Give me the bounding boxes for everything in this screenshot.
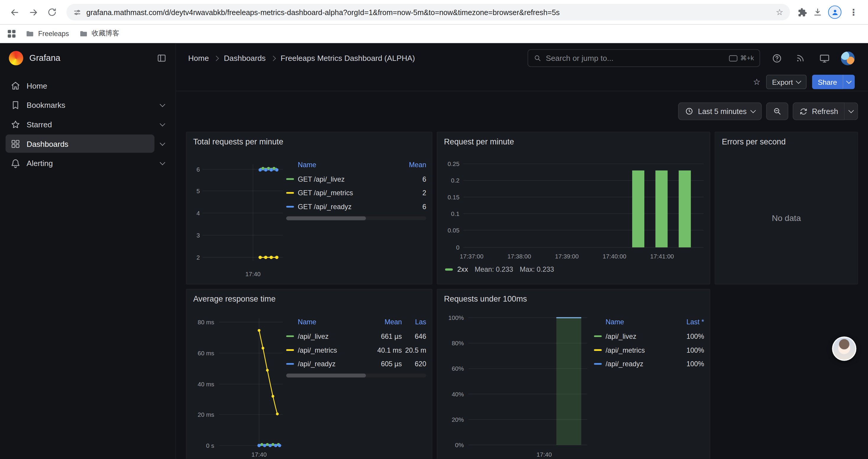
legend-col-mean[interactable]: Mean — [366, 318, 402, 326]
export-button[interactable]: Export — [766, 75, 807, 89]
scrollbar-thumb[interactable] — [286, 217, 366, 220]
help-button[interactable] — [769, 51, 784, 65]
expand-alerting-button[interactable] — [155, 155, 170, 171]
sidebar-link-home[interactable]: Home — [6, 76, 170, 95]
refresh-interval-button[interactable] — [845, 102, 858, 120]
sidebar-item-home: Home — [6, 76, 170, 95]
series-name[interactable]: /api/_livez — [606, 332, 680, 340]
series-mean: 605 µs — [366, 360, 402, 368]
share-button[interactable]: Share — [812, 75, 842, 89]
back-button[interactable] — [6, 3, 23, 21]
series-mean: 661 µs — [366, 332, 402, 340]
grafana-logo[interactable] — [9, 51, 23, 65]
y-tick: 60 ms — [188, 350, 214, 356]
bookmark-star-icon[interactable]: ☆ — [776, 7, 783, 17]
series-last: 20.5 m — [402, 346, 426, 354]
downloads-icon[interactable] — [813, 7, 823, 17]
browser-menu-button[interactable]: ⋮ — [847, 7, 860, 18]
legend-col-name[interactable]: Name — [594, 318, 680, 326]
sidebar-item-alerting: Alerting — [6, 154, 170, 172]
user-avatar[interactable] — [841, 51, 855, 65]
sidebar-link-dashboards[interactable]: Dashboards — [6, 134, 155, 153]
sidebar-header: Grafana — [0, 43, 176, 73]
star-dashboard-button[interactable]: ☆ — [753, 77, 761, 87]
refresh-button[interactable]: Refresh — [793, 102, 845, 120]
panel-title[interactable]: Errors per second — [715, 132, 858, 146]
series-mean: Mean: 0.233 — [475, 266, 513, 273]
breadcrumb-separator-icon — [214, 55, 219, 61]
zoom-out-button[interactable] — [766, 102, 788, 120]
breadcrumb: Home Dashboards Freeleaps Metrics Dashbo… — [188, 54, 415, 63]
series-marker — [594, 335, 602, 337]
sidebar: Grafana Home Bookmarks — [0, 43, 176, 459]
search-input[interactable] — [546, 54, 724, 63]
sidebar-link-bookmarks[interactable]: Bookmarks — [6, 96, 155, 114]
series-name[interactable]: /api/_metrics — [298, 346, 366, 354]
url-input[interactable] — [86, 8, 771, 16]
floating-avatar[interactable] — [832, 336, 856, 361]
series-last: 646 — [402, 332, 426, 340]
y-tick: 40% — [440, 391, 464, 397]
legend-col-name[interactable]: Name — [286, 161, 401, 169]
series-name[interactable]: /api/_readyz — [606, 360, 680, 368]
reload-button[interactable] — [43, 3, 61, 21]
panel-row-2: Average response time — [186, 289, 858, 459]
y-tick: 20% — [440, 416, 464, 423]
sidebar-link-starred[interactable]: Starred — [6, 115, 155, 133]
bookmark-folder-freeleaps[interactable]: Freeleaps — [25, 29, 69, 38]
expand-starred-button[interactable] — [155, 117, 170, 132]
panel-row-1: Total requests per minute — [186, 132, 858, 285]
legend-col-last[interactable]: Last * — [680, 318, 704, 326]
url-bar[interactable]: ☆ — [66, 4, 790, 21]
viewport: ☆ ⋮ Freeleaps 收藏博客 — [0, 0, 868, 459]
y-tick: 3 — [189, 232, 200, 238]
series-name[interactable]: /api/_livez — [298, 332, 366, 340]
sidebar-item-label: Home — [27, 81, 47, 90]
chevron-down-icon — [750, 108, 756, 113]
time-range-picker[interactable]: Last 5 minutes — [678, 102, 762, 120]
expand-dashboards-button[interactable] — [155, 136, 170, 151]
series-name[interactable]: GET /api/_livez — [298, 175, 401, 183]
keyboard-icon — [729, 55, 737, 61]
sidebar-link-alerting[interactable]: Alerting — [6, 154, 155, 172]
legend-col-mean[interactable]: Mean — [401, 161, 426, 169]
legend-scrollbar[interactable] — [286, 217, 426, 220]
legend-col-name[interactable]: Name — [286, 318, 367, 326]
series-marker — [286, 178, 294, 180]
export-label: Export — [772, 78, 793, 86]
series-marker — [286, 192, 294, 194]
legend-col-last[interactable]: Las — [402, 318, 426, 326]
tv-mode-button[interactable] — [817, 51, 832, 65]
legend-row: GET /api/_readyz 6 — [286, 200, 426, 214]
y-tick: 4 — [189, 210, 200, 216]
refresh-label: Refresh — [812, 107, 838, 116]
apps-grid-icon[interactable] — [8, 30, 16, 37]
forward-button[interactable] — [24, 3, 42, 21]
series-name[interactable]: 2xx — [457, 266, 468, 273]
series-mean: 6 — [401, 203, 426, 210]
bookmark-folder-blogs[interactable]: 收藏博客 — [79, 29, 119, 38]
breadcrumb-home[interactable]: Home — [188, 54, 209, 63]
sidebar-collapse-button[interactable] — [157, 53, 167, 63]
news-button[interactable] — [793, 51, 808, 65]
series-name[interactable]: GET /api/_metrics — [298, 189, 401, 197]
legend-table: Name Mean Las /api/_livez 661 µs 646 — [286, 315, 426, 378]
series-name[interactable]: /api/_readyz — [298, 360, 366, 368]
profile-button[interactable] — [828, 6, 841, 19]
expand-bookmarks-button[interactable] — [155, 97, 170, 112]
legend-scrollbar[interactable] — [286, 374, 426, 378]
extensions-icon[interactable] — [798, 7, 807, 17]
y-tick: 80% — [440, 340, 464, 346]
share-menu-button[interactable] — [843, 75, 855, 89]
series-name[interactable]: GET /api/_readyz — [298, 203, 401, 210]
legend-table: Name Mean GET /api/_livez 6 GET /api/_me… — [286, 158, 426, 220]
scrollbar-thumb[interactable] — [286, 374, 366, 378]
y-tick: 60% — [440, 365, 464, 372]
site-settings-icon[interactable] — [73, 8, 81, 16]
bell-icon — [11, 158, 21, 168]
breadcrumb-dashboards[interactable]: Dashboards — [224, 54, 266, 63]
series-name[interactable]: /api/_metrics — [606, 346, 680, 354]
y-tick: 6 — [189, 166, 200, 172]
y-tick: 0.2 — [440, 177, 459, 184]
search-box[interactable]: ⌘+k — [528, 49, 760, 67]
